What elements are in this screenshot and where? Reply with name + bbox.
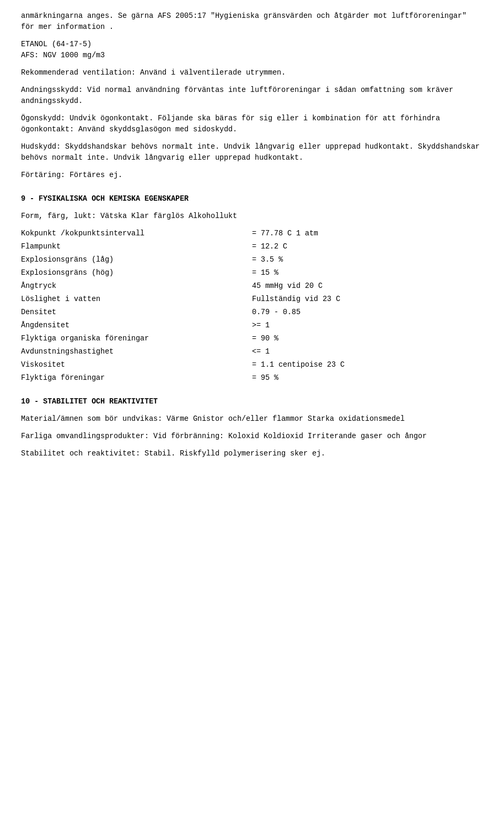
table-row: Löslighet i vattenFullständig vid 23 C — [21, 294, 483, 305]
property-value: = 1.1 centipoise 23 C — [252, 359, 483, 370]
property-label: Avdunstningshastighet — [21, 346, 252, 357]
table-row: Densitet0.79 - 0.85 — [21, 307, 483, 318]
document-content: anmärkningarna anges. Se gärna AFS 2005:… — [21, 11, 483, 459]
property-label: Densitet — [21, 307, 252, 318]
section9-header: 9 - FYSIKALISKA OCH KEMISKA EGENSKAPER — [21, 193, 483, 204]
property-value: <= 1 — [252, 346, 483, 357]
property-value: = 3.5 % — [252, 254, 483, 265]
section10-header: 10 - STABILITET OCH REAKTIVITET — [21, 396, 483, 407]
fortaring-text: Förtäring: Förtäres ej. — [21, 171, 122, 179]
section10-header-text: 10 - STABILITET OCH REAKTIVITET — [21, 397, 158, 406]
section9-header-text: 9 - FYSIKALISKA OCH KEMISKA EGENSKAPER — [21, 194, 188, 203]
stabilitet-text: Stabilitet och reaktivitet: Stabil. Risk… — [21, 449, 326, 458]
etanol-section: ETANOL (64-17-5)AFS: NGV 1000 mg/m3 — [21, 39, 483, 61]
table-row: Flyktiga föreningar= 95 % — [21, 372, 483, 384]
table-row: Avdunstningshastighet<= 1 — [21, 346, 483, 357]
property-label: Flampunkt — [21, 241, 252, 252]
property-value: = 90 % — [252, 333, 483, 344]
etanol-text: ETANOL (64-17-5)AFS: NGV 1000 mg/m3 — [21, 40, 105, 59]
rekommenderad-text: Rekommenderad ventilation: Använd i välv… — [21, 68, 286, 77]
farliga-omvandling-section: Farliga omvandlingsprodukter: Vid förbrä… — [21, 431, 483, 442]
rekommenderad-ventilation: Rekommenderad ventilation: Använd i välv… — [21, 67, 483, 78]
property-value: = 95 % — [252, 372, 483, 384]
property-value: 45 mmHg vid 20 C — [252, 281, 483, 292]
intro-paragraph: anmärkningarna anges. Se gärna AFS 2005:… — [21, 11, 483, 33]
table-row: Explosionsgräns (hög)= 15 % — [21, 267, 483, 278]
property-label: Ångtryck — [21, 281, 252, 292]
property-label: Explosionsgräns (hög) — [21, 267, 252, 278]
hudskydd-text: Hudskydd: Skyddshandskar behövs normalt … — [21, 142, 480, 162]
table-row: Kokpunkt /kokpunktsintervall= 77.78 C 1 … — [21, 228, 483, 239]
table-row: Explosionsgräns (låg)= 3.5 % — [21, 254, 483, 265]
material-amnen-text: Material/ämnen som bör undvikas: Värme G… — [21, 414, 405, 423]
ogonskydd-text: Ögonskydd: Undvik ögonkontakt. Följande … — [21, 114, 440, 133]
property-label: Flyktiga organiska föreningar — [21, 333, 252, 344]
table-row: Flampunkt= 12.2 C — [21, 241, 483, 252]
fortaring-section: Förtäring: Förtäres ej. — [21, 170, 483, 181]
property-value: = 12.2 C — [252, 241, 483, 252]
property-label: Flyktiga föreningar — [21, 372, 252, 384]
stabilitet-section: Stabilitet och reaktivitet: Stabil. Risk… — [21, 448, 483, 459]
property-label: Löslighet i vatten — [21, 294, 252, 305]
property-value: Fullständig vid 23 C — [252, 294, 483, 305]
property-value: = 15 % — [252, 267, 483, 278]
intro-text: anmärkningarna anges. Se gärna AFS 2005:… — [21, 12, 467, 31]
form-farg-section: Form, färg, lukt: Vätska Klar färglös Al… — [21, 211, 483, 222]
property-value: 0.79 - 0.85 — [252, 307, 483, 318]
property-label: Explosionsgräns (låg) — [21, 254, 252, 265]
property-value: >= 1 — [252, 320, 483, 331]
hudskydd-section: Hudskydd: Skyddshandskar behövs normalt … — [21, 141, 483, 163]
property-value: = 77.78 C 1 atm — [252, 228, 483, 239]
farliga-omvandling-text: Farliga omvandlingsprodukter: Vid förbrä… — [21, 432, 427, 440]
properties-table: Kokpunkt /kokpunktsintervall= 77.78 C 1 … — [21, 228, 483, 384]
table-row: Flyktiga organiska föreningar= 90 % — [21, 333, 483, 344]
andningsskydd-text: Andningsskydd: Vid normal användning för… — [21, 86, 453, 105]
property-label: Ångdensitet — [21, 320, 252, 331]
form-farg-text: Form, färg, lukt: Vätska Klar färglös Al… — [21, 212, 237, 220]
table-row: Viskositet= 1.1 centipoise 23 C — [21, 359, 483, 370]
table-row: Ångtryck45 mmHg vid 20 C — [21, 281, 483, 292]
property-label: Viskositet — [21, 359, 252, 370]
ogonskydd-section: Ögonskydd: Undvik ögonkontakt. Följande … — [21, 113, 483, 135]
table-row: Ångdensitet>= 1 — [21, 320, 483, 331]
andningsskydd-section: Andningsskydd: Vid normal användning för… — [21, 85, 483, 107]
material-amnen-section: Material/ämnen som bör undvikas: Värme G… — [21, 413, 483, 424]
property-label: Kokpunkt /kokpunktsintervall — [21, 228, 252, 239]
